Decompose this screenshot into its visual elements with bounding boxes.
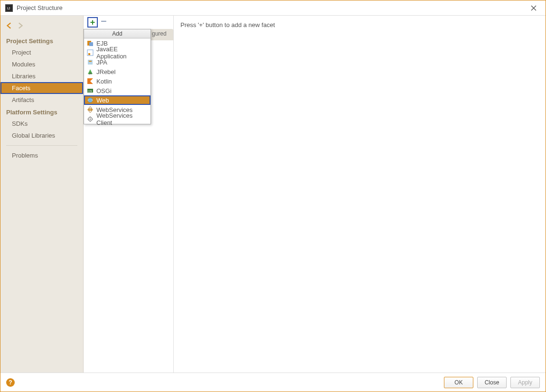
footer: ? OK Close Apply (0, 373, 546, 392)
back-arrow-icon[interactable] (5, 21, 14, 30)
facet-toolbar: + − (84, 16, 173, 29)
help-icon[interactable]: ? (6, 378, 15, 387)
sidebar-item-artifacts[interactable]: Artifacts (0, 94, 83, 106)
svg-rect-8 (88, 60, 93, 65)
window-title: Project Structure (17, 4, 527, 11)
svg-text:JR: JR (89, 72, 92, 75)
jrebel-icon: JR (87, 68, 94, 75)
apply-button[interactable]: Apply (510, 377, 540, 388)
popup-item-webservices-client[interactable]: WebServices Client (84, 114, 151, 124)
add-facet-popup: Add EJB JavaEE Application JPA JR JRebel… (84, 29, 151, 124)
plus-icon: + (90, 18, 95, 27)
popup-item-label: WebServices Client (96, 112, 148, 126)
sidebar-item-problems[interactable]: Problems (0, 149, 83, 161)
popup-item-web[interactable]: Web (84, 95, 151, 105)
hint-text: Press '+' button to add a new facet (180, 21, 275, 28)
popup-item-kotlin[interactable]: Kotlin (84, 76, 151, 86)
svg-rect-7 (88, 53, 90, 55)
svg-text:OS: OS (88, 90, 92, 93)
web-icon (87, 97, 94, 103)
popup-item-osgi[interactable]: OS OSGi (84, 86, 151, 95)
app-icon: IJ (5, 4, 13, 12)
popup-item-label: Kotlin (96, 78, 112, 85)
section-platform-settings: Platform Settings (0, 106, 83, 118)
svg-text:IJ: IJ (7, 6, 10, 10)
popup-item-jrebel[interactable]: JR JRebel (84, 67, 151, 76)
popup-item-javaee[interactable]: JavaEE Application (84, 48, 151, 57)
osgi-icon: OS (87, 87, 94, 94)
remove-facet-button[interactable]: − (101, 16, 107, 28)
popup-item-label: JavaEE Application (96, 46, 148, 60)
main-area: Project Settings Project Modules Librari… (0, 16, 546, 373)
webservices-client-icon (87, 116, 94, 122)
sidebar-divider (6, 145, 77, 146)
close-button[interactable] (527, 1, 541, 15)
popup-header: Add (84, 29, 151, 38)
javaee-icon (87, 49, 94, 56)
svg-point-15 (87, 108, 93, 111)
forward-arrow-icon[interactable] (16, 21, 24, 30)
svg-point-18 (90, 119, 91, 120)
svg-rect-5 (89, 42, 93, 46)
content-area: Press '+' button to add a new facet (174, 16, 546, 373)
sidebar-item-sdks[interactable]: SDKs (0, 118, 83, 130)
sidebar-item-global-libraries[interactable]: Global Libraries (0, 130, 83, 141)
webservices-icon (87, 106, 94, 113)
section-project-settings: Project Settings (0, 35, 83, 47)
nav-arrows (0, 19, 83, 35)
svg-rect-9 (89, 61, 92, 62)
titlebar: IJ Project Structure (0, 0, 546, 16)
popup-item-label: JRebel (96, 68, 115, 75)
facet-list-panel: + − gured Add EJB JavaEE Application JPA (84, 16, 174, 373)
popup-item-label: OSGi (96, 87, 112, 94)
sidebar-item-facets[interactable]: Facets (0, 82, 83, 94)
popup-item-label: JPA (96, 59, 107, 66)
sidebar-item-libraries[interactable]: Libraries (0, 70, 83, 82)
jpa-icon (87, 59, 94, 65)
kotlin-icon (87, 78, 94, 84)
close-button-footer[interactable]: Close (477, 377, 507, 388)
svg-point-13 (88, 98, 93, 103)
sidebar-item-modules[interactable]: Modules (0, 58, 83, 70)
sidebar-item-project[interactable]: Project (0, 47, 83, 58)
popup-item-label: Web (96, 97, 109, 104)
ejb-icon (87, 40, 94, 47)
ok-button[interactable]: OK (444, 377, 473, 388)
add-facet-button[interactable]: + (87, 17, 98, 28)
sidebar: Project Settings Project Modules Librari… (0, 16, 84, 373)
